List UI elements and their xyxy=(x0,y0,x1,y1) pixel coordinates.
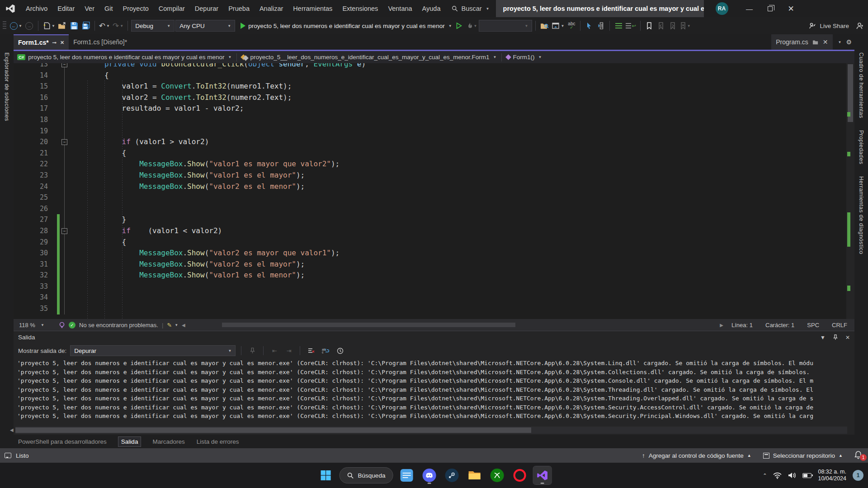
pin-panel-icon[interactable] xyxy=(833,334,838,340)
select-pointer-button[interactable] xyxy=(584,19,594,32)
tab-list-caret-icon[interactable]: ▼ xyxy=(838,40,842,44)
panel-tab-marcadores[interactable]: Marcadores xyxy=(152,438,184,445)
member-dropdown[interactable]: Form1() ▼ xyxy=(506,54,542,61)
code-line-33[interactable]: 33 xyxy=(14,281,846,292)
menu-herramientas[interactable]: Herramientas xyxy=(288,0,337,17)
close-tab-icon[interactable]: ✕ xyxy=(823,38,828,46)
code-line-21[interactable]: 21 { xyxy=(14,148,846,159)
preview-tab-program-cs[interactable]: Program.cs ✕ xyxy=(771,34,832,50)
taskbar-steam-icon[interactable] xyxy=(443,466,461,484)
solution-configuration-dropdown[interactable]: Debug▼ xyxy=(131,20,175,32)
taskbar-notes-app-icon[interactable] xyxy=(397,466,415,484)
menu-ver[interactable]: Ver xyxy=(80,0,99,17)
menu-ayuda[interactable]: Ayuda xyxy=(417,0,446,17)
code-line-29[interactable]: 29 { xyxy=(14,237,846,248)
code-line-24[interactable]: 24 MessageBox.Show("valor2 es el menor")… xyxy=(14,181,846,192)
wifi-icon[interactable] xyxy=(773,472,782,479)
toolbar-extra-dropdown[interactable]: ▼ xyxy=(479,20,532,32)
hscroll-right-arrow[interactable]: ▶ xyxy=(720,323,723,328)
clear-all-icon[interactable] xyxy=(306,345,316,356)
code-line-15[interactable]: 15 valor1 = Convert.ToInt32(numero1.Text… xyxy=(14,81,846,92)
next-bookmark-button[interactable] xyxy=(667,19,678,32)
add-user-button[interactable] xyxy=(854,19,865,32)
previous-message-icon[interactable]: ⇤ xyxy=(269,345,280,356)
collapse-region-icon[interactable]: − xyxy=(61,228,67,234)
menu-prueba[interactable]: Prueba xyxy=(223,0,255,17)
search-control[interactable]: Buscar ▼ xyxy=(445,5,495,12)
code-line-13[interactable]: 13− private void botoncalcular_Click(obj… xyxy=(14,63,846,70)
taskbar-discord-icon[interactable] xyxy=(420,466,438,484)
code-line-26[interactable]: 26 xyxy=(14,203,846,215)
volume-icon[interactable] xyxy=(788,472,796,479)
code-line-22[interactable]: 22 MessageBox.Show("valor1 es mayor que … xyxy=(14,159,846,170)
redo-button[interactable]: ↷▼ xyxy=(112,19,124,32)
collapse-region-icon[interactable]: − xyxy=(61,139,67,145)
code-line-28[interactable]: 28− if (valor1 < valor2) xyxy=(14,225,846,237)
uncomment-selection-button[interactable]: ↩ xyxy=(625,19,637,32)
character-indicator[interactable]: Carácter: 1 xyxy=(761,322,799,328)
output-source-dropdown[interactable]: Depurar ▼ xyxy=(70,345,236,356)
code-line-23[interactable]: 23 MessageBox.Show("valor1 es el mayor")… xyxy=(14,170,846,181)
save-button[interactable] xyxy=(69,19,80,32)
menu-git[interactable]: Git xyxy=(99,0,118,17)
add-to-source-control-button[interactable]: ↑ Agregar al control de código fuente ▲ xyxy=(642,452,751,459)
project-dropdown[interactable]: C# proyecto 5, leer dos numeros e identi… xyxy=(17,54,232,61)
class-dropdown[interactable]: proyecto_5__leer_dos_numeros_e_identific… xyxy=(241,54,497,61)
code-line-35[interactable]: 35 xyxy=(14,303,846,314)
tab-settings-gear-icon[interactable]: ⚙ xyxy=(846,38,852,46)
taskbar-file-explorer-icon[interactable] xyxy=(465,466,483,484)
editor-vertical-scrollbar[interactable] xyxy=(846,63,854,319)
problems-status[interactable]: No se encontraron problemas. xyxy=(79,322,158,328)
code-line-32[interactable]: 32 MessageBox.Show("valor1 es el menor")… xyxy=(14,270,846,281)
code-line-25[interactable]: 25 xyxy=(14,192,846,203)
taskbar-opera-icon[interactable] xyxy=(510,466,528,484)
taskbar-xbox-icon[interactable] xyxy=(488,466,506,484)
line-indicator[interactable]: Línea: 1 xyxy=(727,322,757,328)
tray-show-hidden-icons[interactable]: ⌃ xyxy=(763,473,767,479)
code-line-31[interactable]: 31 MessageBox.Show("valor2 es el mayor")… xyxy=(14,259,846,270)
start-without-debugging-button[interactable] xyxy=(454,19,465,32)
start-button[interactable] xyxy=(317,466,335,484)
select-repository-button[interactable]: Seleccionar repositorio ▲ xyxy=(763,452,843,459)
menu-ventana[interactable]: Ventana xyxy=(383,0,417,17)
menu-depurar[interactable]: Depurar xyxy=(190,0,223,17)
navigate-back-button[interactable]: ←▼ xyxy=(9,19,23,32)
clear-bookmarks-button[interactable]: ▼ xyxy=(679,19,692,32)
code-line-34[interactable]: 34 xyxy=(14,292,846,303)
find-in-files-button[interactable] xyxy=(539,19,550,32)
menu-editar[interactable]: Editar xyxy=(52,0,80,17)
zoom-dropdown[interactable]: 118 %▼ xyxy=(16,322,55,328)
menu-extensiones[interactable]: Extensiones xyxy=(337,0,383,17)
save-all-button[interactable] xyxy=(80,19,91,32)
notification-center-badge[interactable]: 1 xyxy=(853,470,863,481)
find-message-icon[interactable] xyxy=(247,345,258,356)
menu-analizar[interactable]: Analizar xyxy=(255,0,288,17)
previous-bookmark-button[interactable] xyxy=(656,19,666,32)
word-wrap-icon[interactable]: abc xyxy=(320,345,331,356)
close-panel-icon[interactable]: ✕ xyxy=(845,334,850,341)
restore-button[interactable] xyxy=(760,0,781,17)
next-message-icon[interactable]: ⇥ xyxy=(283,345,294,356)
feedback-icon[interactable] xyxy=(5,453,11,458)
live-share-button[interactable]: Live Share xyxy=(804,22,854,29)
code-line-14[interactable]: 14 { xyxy=(14,70,846,81)
code-line-19[interactable]: 19 xyxy=(14,126,846,137)
code-line-18[interactable]: 18 xyxy=(14,114,846,126)
panel-expand-caret-icon[interactable]: ▼ xyxy=(820,334,826,341)
keep-open-icon[interactable] xyxy=(812,39,819,45)
collapse-region-icon[interactable]: − xyxy=(61,63,67,67)
menu-archivo[interactable]: Archivo xyxy=(21,0,52,17)
menu-proyecto[interactable]: Proyecto xyxy=(118,0,154,17)
code-line-27[interactable]: 27 } xyxy=(14,214,846,225)
hot-reload-button[interactable]: ▼ xyxy=(466,19,478,32)
minimize-button[interactable]: — xyxy=(739,0,760,17)
account-avatar[interactable]: RA xyxy=(716,2,728,15)
tool-window-tab-herramientas-de-diagnostico[interactable]: Herramientas de diagnóstico xyxy=(858,176,864,254)
tool-window-tab-propiedades[interactable]: Propiedades xyxy=(858,130,864,164)
code-line-17[interactable]: 17 resultado = valor1 - valor2; xyxy=(14,103,846,114)
close-button[interactable]: ✕ xyxy=(781,0,802,17)
code-line-16[interactable]: 16 valor2 = Convert.ToInt32(numero2.Text… xyxy=(14,92,846,103)
panel-tab-powershell-para-desarrolladores[interactable]: PowerShell para desarrolladores xyxy=(18,438,107,445)
output-text-area[interactable]: 'proyecto 5, leer dos numeros e identifi… xyxy=(14,358,854,427)
clock[interactable]: 08:32 a. m. 10/04/2024 xyxy=(818,469,846,482)
